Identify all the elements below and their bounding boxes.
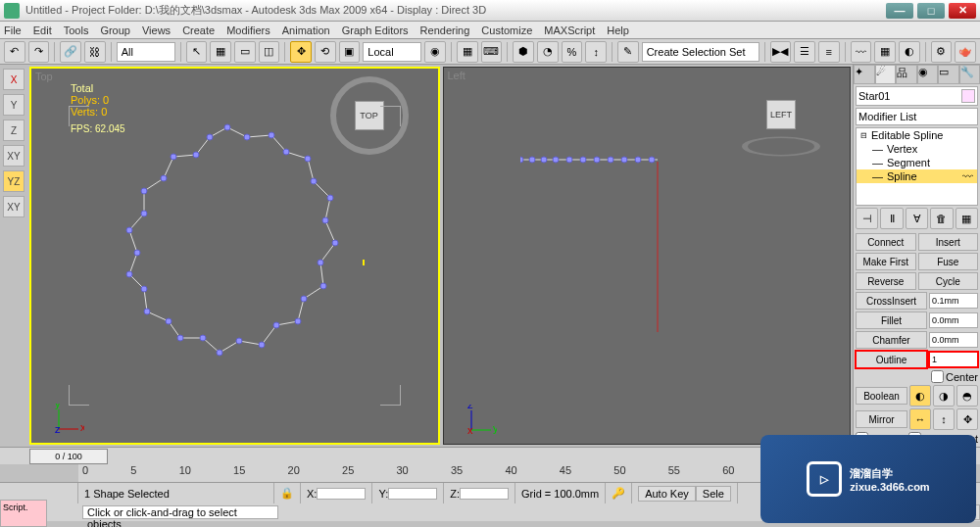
stack-editable-spline[interactable]: ⊟Editable Spline [857,128,977,142]
transform-x-input[interactable] [317,488,366,500]
mirror-spline-button[interactable]: Mirror [856,410,907,428]
axis-x-button[interactable]: X [3,69,24,90]
axis-y-button[interactable]: Y [3,94,24,116]
transform-y-input[interactable] [388,488,437,500]
chamfer-button[interactable]: Chamfer [856,331,927,349]
schematic-button[interactable]: ▦ [874,41,896,63]
align-button[interactable]: ☰ [794,41,815,63]
pin-stack-button[interactable]: ⊣ [856,208,878,229]
stack-vertex[interactable]: —Vertex [857,142,977,156]
insert-button[interactable]: Insert [918,233,979,251]
make-unique-button[interactable]: ∀ [906,208,928,229]
scale-button[interactable]: ▣ [339,41,361,63]
autokey-button[interactable]: Auto Key [638,486,696,502]
keyboard-button[interactable]: ⌨ [481,41,503,63]
transform-lock-icon[interactable]: 🔒 [274,483,301,503]
ref-coord-system[interactable]: Local [363,42,421,62]
configure-sets-button[interactable]: ▦ [956,208,978,229]
transform-z-input[interactable] [460,488,509,500]
menu-grapheditors[interactable]: Graph Editors [342,24,409,36]
menu-maxscript[interactable]: MAXScript [544,24,595,36]
viewport-left[interactable]: Left LEFT z y x [443,67,852,445]
menu-animation[interactable]: Animation [282,24,330,36]
pivot-button[interactable]: ◉ [424,41,446,63]
mirror-tool-button[interactable]: ▶◀ [770,41,792,63]
script-listener[interactable]: Script. [0,500,47,527]
create-tab[interactable]: ✦ [854,65,875,84]
rotate-button[interactable]: ⟲ [315,41,336,63]
render-setup-button[interactable]: ⚙ [931,41,953,63]
axis-xy-button[interactable]: XY [3,145,24,167]
named-selection-sets[interactable]: Create Selection Set [642,42,760,62]
modify-tab[interactable]: ☄ [875,65,897,84]
menu-edit[interactable]: Edit [33,24,52,36]
center-checkbox[interactable]: Center [931,370,978,383]
viewport-top[interactable]: Top Total Polys: 0 Verts: 0 FPS: 62.045 … [29,67,440,445]
selected-button[interactable]: Sele [696,486,731,502]
motion-tab[interactable]: ◉ [917,65,939,84]
viewcube-left[interactable]: LEFT [742,75,820,154]
fillet-value[interactable]: 0.0mm [929,312,978,328]
select-name-button[interactable]: ▦ [210,41,231,63]
hierarchy-tab[interactable]: 品 [896,65,917,84]
cycle-button[interactable]: Cycle [918,272,979,290]
mirror-h-icon[interactable]: ↔ [909,408,931,430]
fillet-button[interactable]: Fillet [856,311,927,329]
axis-yz-button[interactable]: YZ [3,170,24,192]
makefirst-button[interactable]: Make First [856,253,916,270]
menu-create[interactable]: Create [182,24,215,36]
bool-int-icon[interactable]: ◓ [956,385,978,407]
utilities-tab[interactable]: 🔧 [959,65,981,84]
fuse-button[interactable]: Fuse [918,253,979,270]
maximize-button[interactable]: □ [917,3,945,19]
object-color-swatch[interactable] [961,89,975,103]
crossinsert-value[interactable]: 0.1mm [929,293,978,309]
curve-editor-button[interactable]: 〰 [851,41,872,63]
mirror-both-icon[interactable]: ✥ [956,408,978,430]
mirror-v-icon[interactable]: ↕ [933,408,955,430]
outline-value[interactable]: 1 [929,352,978,367]
menu-help[interactable]: Help [607,24,629,36]
percent-snap-button[interactable]: % [562,41,583,63]
undo-button[interactable]: ↶ [4,41,25,63]
key-icon[interactable]: 🔑 [606,483,632,503]
menu-views[interactable]: Views [142,24,171,36]
display-tab[interactable]: ▭ [938,65,959,84]
boolean-button[interactable]: Boolean [856,387,907,405]
axis-xy2-button[interactable]: XY [3,196,24,217]
named-sets-edit-button[interactable]: ✎ [617,41,639,63]
unlink-button[interactable]: ⛓ [84,41,106,63]
move-button[interactable]: ✥ [290,41,312,63]
minimize-button[interactable]: — [886,3,913,19]
modifier-list-dropdown[interactable]: Modifier List [856,108,978,125]
object-name-field[interactable]: Star01 [856,86,978,106]
menu-tools[interactable]: Tools [64,24,89,36]
stack-segment[interactable]: —Segment [857,156,977,169]
layers-button[interactable]: ≡ [818,41,840,63]
menu-modifiers[interactable]: Modifiers [226,24,270,36]
render-button[interactable]: 🫖 [955,41,976,63]
time-slider[interactable]: 0 / 100 [29,449,108,464]
select-rect-button[interactable]: ▭ [234,41,256,63]
snap-button[interactable]: ⬢ [513,41,534,63]
bool-sub-icon[interactable]: ◑ [933,385,955,407]
connect-button[interactable]: Connect [856,233,916,251]
angle-snap-button[interactable]: ◔ [537,41,559,63]
selection-filter[interactable]: All [117,42,175,62]
material-editor-button[interactable]: ◐ [899,41,920,63]
menu-file[interactable]: File [4,24,22,36]
redo-button[interactable]: ↷ [28,41,50,63]
menu-rendering[interactable]: Rendering [420,24,470,36]
reverse-button[interactable]: Reverse [856,272,916,290]
chamfer-value[interactable]: 0.0mm [929,332,978,348]
outline-button[interactable]: Outline [856,351,927,368]
spinner-snap-button[interactable]: ↕ [585,41,607,63]
axis-z-button[interactable]: Z [3,120,24,141]
menu-group[interactable]: Group [100,24,130,36]
select-button[interactable]: ↖ [186,41,208,63]
stack-spline[interactable]: —Spline〰 [857,169,977,183]
bool-union-icon[interactable]: ◐ [909,385,931,407]
close-button[interactable]: ✕ [949,3,976,19]
modifier-stack[interactable]: ⊟Editable Spline —Vertex —Segment —Splin… [856,127,978,206]
link-button[interactable]: 🔗 [60,41,81,63]
